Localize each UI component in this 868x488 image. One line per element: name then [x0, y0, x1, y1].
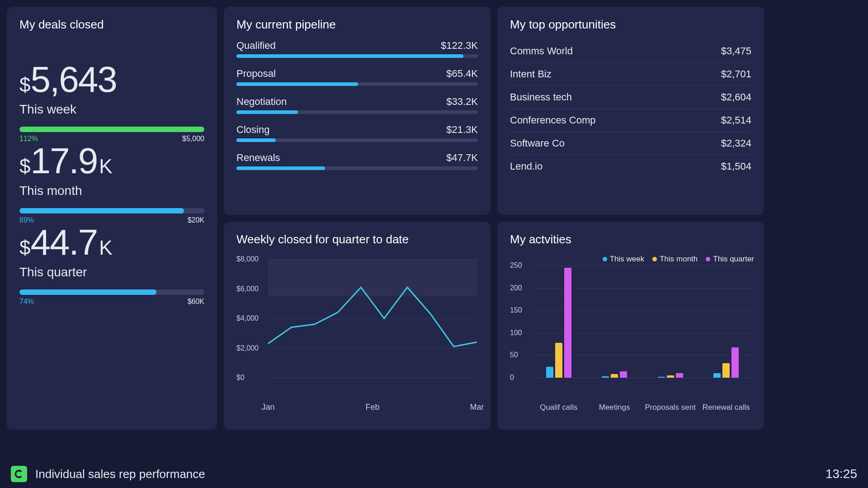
opportunity-name: Comms World	[510, 45, 573, 57]
opportunities-card: My top opportunities Comms World$3,475In…	[497, 7, 764, 215]
chart-x-tick: Meetings	[599, 403, 630, 412]
chart-x-tick: Feb	[365, 403, 379, 412]
metric-target: $5,000	[182, 135, 204, 143]
weekly-closed-card: Weekly closed for quarter to date $0$2,0…	[224, 222, 491, 430]
pipeline-stage-label: Negotiation	[236, 96, 287, 108]
chart-x-tick: Renewal calls	[703, 403, 750, 412]
opportunity-value: $2,514	[721, 114, 751, 126]
currency-symbol: $	[19, 74, 30, 96]
deals-closed-card: My deals closed $5,643This week112%$5,00…	[7, 7, 217, 430]
progress-bar	[19, 289, 204, 295]
chart-bar	[722, 363, 730, 378]
chart-y-tick: 100	[510, 329, 522, 337]
opportunity-row: Intent Biz$2,701	[510, 63, 751, 86]
chart-y-tick: 0	[510, 374, 514, 382]
chart-gridline	[531, 265, 754, 266]
opportunity-row: Conferences Comp$2,514	[510, 109, 751, 132]
currency-symbol: $	[19, 155, 30, 178]
logo-icon	[11, 466, 27, 482]
chart-bar	[713, 373, 721, 378]
chart-y-tick: 250	[510, 261, 522, 270]
chart-bar	[564, 268, 571, 378]
chart-bar	[658, 377, 665, 378]
opportunity-value: $3,475	[721, 45, 751, 57]
deal-metric: $44.7KThis quarter74%$60K	[19, 224, 204, 306]
legend-item: This week	[603, 255, 645, 264]
deals-title: My deals closed	[19, 18, 204, 32]
pipeline-bar	[236, 54, 478, 58]
pipeline-stage-value: $33.2K	[446, 96, 478, 108]
pipeline-bar	[236, 166, 478, 170]
metric-target: $60K	[188, 298, 204, 306]
chart-x-tick: Jan	[261, 403, 274, 412]
progress-bar	[19, 208, 204, 213]
deal-metric: $17.9KThis month89%$20K	[19, 143, 204, 224]
weekly-closed-chart: $0$2,000$4,000$6,000$8,000JanFebMar	[236, 255, 477, 399]
chart-bar	[620, 371, 627, 378]
pipeline-bar	[236, 138, 478, 142]
footer-label: Individual sales rep performance	[35, 467, 205, 481]
pipeline-stage: Negotiation$33.2K	[236, 96, 478, 114]
opportunity-name: Conferences Comp	[510, 114, 596, 126]
metric-suffix: K	[99, 155, 112, 178]
chart-y-tick: 200	[510, 284, 522, 292]
pipeline-stage: Proposal$65.4K	[236, 68, 478, 86]
opportunity-name: Software Co	[510, 137, 565, 149]
pipeline-bar	[236, 82, 478, 86]
line-chart-svg	[236, 255, 477, 399]
chart-bar	[611, 374, 618, 378]
metric-value: 44.7	[30, 224, 97, 261]
pipeline-stage-label: Qualified	[236, 40, 276, 52]
opportunity-value: $2,604	[721, 91, 751, 103]
footer-time: 13:25	[826, 467, 857, 481]
chart-bar	[555, 343, 562, 378]
opportunity-row: Business tech$2,604	[510, 86, 751, 109]
deal-metric: $5,643This week112%$5,000	[19, 62, 204, 143]
opportunity-value: $1,504	[721, 161, 751, 172]
opportunity-name: Lend.io	[510, 161, 542, 172]
pipeline-stage-label: Renewals	[236, 152, 280, 164]
metric-value: 17.9	[30, 143, 97, 179]
pipeline-stage-value: $122.3K	[441, 40, 478, 52]
opportunity-row: Comms World$3,475	[510, 40, 751, 63]
pipeline-stage-label: Closing	[236, 124, 269, 136]
pipeline-stage-value: $47.7K	[446, 152, 478, 164]
chart-y-tick: 50	[510, 351, 518, 359]
footer-bar: Individual sales rep performance 13:25	[0, 460, 868, 488]
chart-bar	[676, 373, 683, 378]
activities-title: My actvities	[510, 232, 751, 246]
progress-bar	[19, 127, 204, 132]
activities-card: My actvities This weekThis monthThis qua…	[497, 222, 764, 430]
pipeline-title: My current pipeline	[236, 18, 478, 32]
chart-gridline	[531, 378, 754, 378]
pipeline-card: My current pipeline Qualified$122.3KProp…	[224, 7, 491, 215]
chart-x-tick: Qualif calls	[540, 403, 577, 412]
metric-pct: 74%	[19, 298, 34, 306]
opportunity-name: Intent Biz	[510, 68, 552, 80]
weekly-closed-title: Weekly closed for quarter to date	[236, 232, 478, 246]
pipeline-stage: Qualified$122.3K	[236, 40, 478, 58]
opportunity-row: Lend.io$1,504	[510, 155, 751, 178]
chart-bar	[602, 376, 609, 378]
chart-bar	[731, 347, 739, 378]
chart-x-tick: Proposals sent	[645, 403, 696, 412]
metric-period: This quarter	[19, 265, 204, 280]
chart-legend: This weekThis monthThis quarter	[603, 255, 754, 264]
pipeline-bar	[236, 110, 478, 114]
pipeline-stage-value: $65.4K	[446, 68, 478, 80]
metric-value: 5,643	[30, 62, 116, 98]
pipeline-stage: Renewals$47.7K	[236, 152, 478, 170]
activities-chart: This weekThis monthThis quarter050100150…	[510, 255, 754, 399]
chart-bar	[667, 375, 674, 378]
metric-period: This month	[19, 184, 204, 198]
chart-bar	[546, 367, 553, 378]
pipeline-stage: Closing$21.3K	[236, 124, 478, 142]
currency-symbol: $	[19, 237, 30, 259]
chart-x-tick: Mar	[470, 403, 484, 412]
opportunities-title: My top opportunities	[510, 18, 751, 32]
legend-item: This month	[652, 255, 698, 264]
pipeline-stage-label: Proposal	[236, 68, 276, 80]
pipeline-stage-value: $21.3K	[446, 124, 478, 136]
opportunity-row: Software Co$2,324	[510, 132, 751, 155]
legend-item: This quarter	[706, 255, 754, 264]
